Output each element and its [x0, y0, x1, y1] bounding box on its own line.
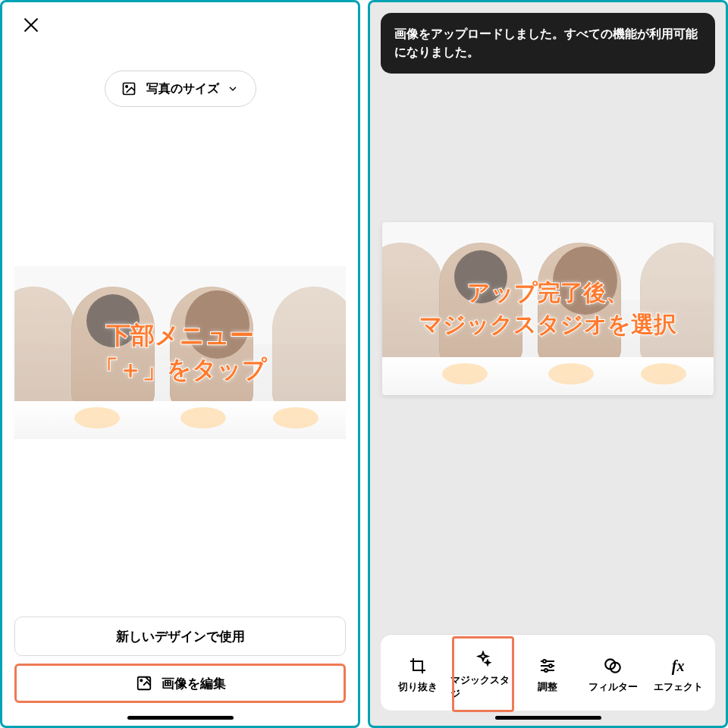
annotation-overlay: アップ完了後、 マジックスタジオを選択 — [382, 222, 714, 395]
crop-icon — [408, 656, 428, 676]
annotation-line-2: 「＋」をタップ — [94, 353, 267, 387]
home-indicator — [127, 716, 234, 720]
annotation-line-1: アップ完了後、 — [467, 277, 629, 309]
edit-toolbar: 切り抜き マジックスタジ 調整 フィルター fx — [381, 635, 715, 711]
tool-effect-label: エフェクト — [654, 680, 703, 694]
tool-adjust-label: 調整 — [538, 680, 557, 694]
svg-point-4 — [543, 660, 546, 663]
fx-icon: fx — [668, 656, 688, 676]
image-icon — [119, 79, 139, 99]
sparkle-icon — [473, 649, 493, 669]
phone-screen-right: 画像をアップロードしました。すべての機能が利用可能になりました。 アップ完了後、… — [368, 0, 728, 728]
tool-filter-label: フィルター — [588, 680, 638, 694]
tool-magic-label: マジックスタジ — [450, 673, 516, 701]
svg-point-3 — [140, 679, 142, 681]
editor-canvas[interactable]: アップ完了後、 マジックスタジオを選択 — [382, 222, 714, 395]
photo-size-label: 写真のサイズ — [146, 81, 219, 97]
edit-image-button[interactable]: 画像を編集 — [14, 664, 346, 703]
use-in-new-design-button[interactable]: 新しいデザインで使用 — [14, 617, 346, 656]
tool-magic-studio[interactable]: マジックスタジ — [450, 639, 516, 711]
svg-point-6 — [544, 669, 548, 672]
edit-image-label: 画像を編集 — [162, 675, 226, 692]
tool-effect[interactable]: fx エフェクト — [645, 639, 711, 711]
filter-icon — [603, 656, 623, 676]
annotation-line-2: マジックスタジオを選択 — [419, 309, 676, 340]
phone-screen-left: 写真のサイズ 下部メニュー 「＋」をタップ 新しいデザインで使用 — [0, 0, 360, 728]
bottom-button-stack: 新しいデザインで使用 画像を編集 — [14, 617, 346, 703]
annotation-overlay: 下部メニュー 「＋」をタップ — [14, 266, 346, 439]
tool-adjust[interactable]: 調整 — [516, 639, 581, 711]
upload-toast-text: 画像をアップロードしました。すべての機能が利用可能になりました。 — [394, 27, 698, 58]
chevron-down-icon — [227, 83, 239, 95]
tool-filter[interactable]: フィルター — [580, 639, 645, 711]
use-in-new-design-label: 新しいデザインで使用 — [116, 628, 245, 645]
annotation-line-1: 下部メニュー — [106, 318, 254, 353]
tool-crop-label: 切り抜き — [398, 680, 438, 694]
upload-toast: 画像をアップロードしました。すべての機能が利用可能になりました。 — [381, 13, 715, 74]
home-indicator — [495, 716, 601, 720]
svg-point-5 — [549, 664, 552, 667]
svg-point-1 — [125, 86, 127, 88]
close-icon[interactable] — [20, 14, 42, 36]
photo-size-chip[interactable]: 写真のサイズ — [105, 71, 256, 107]
editor-canvas[interactable]: 下部メニュー 「＋」をタップ — [14, 266, 346, 439]
sliders-icon — [538, 656, 557, 676]
tool-crop[interactable]: 切り抜き — [385, 639, 450, 711]
edit-image-icon — [134, 673, 154, 693]
